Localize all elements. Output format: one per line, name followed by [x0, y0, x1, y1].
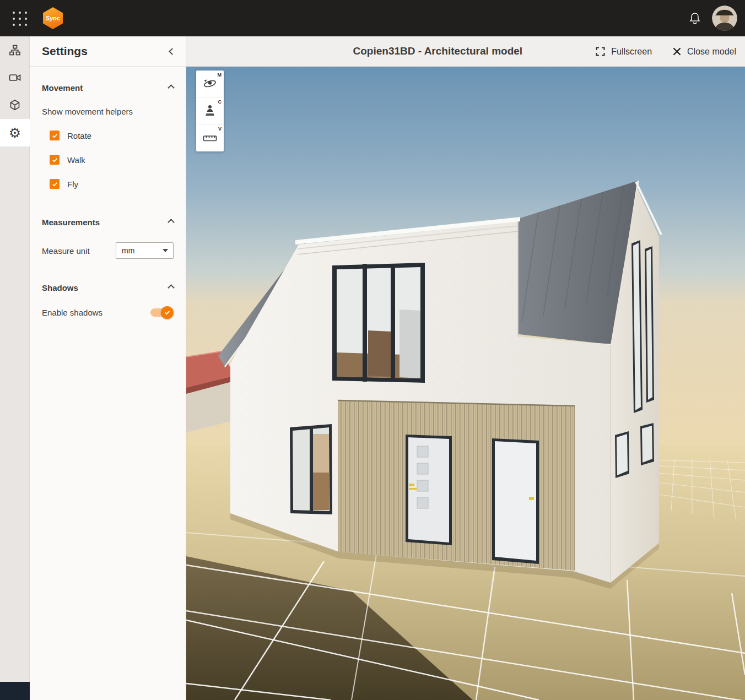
measure-unit-label: Measure unit [42, 246, 90, 256]
check-icon [51, 156, 58, 164]
toggle-thumb [161, 306, 174, 319]
viewport: Copien31BD - Architectural model Fullscr… [186, 36, 745, 700]
shadows-collapse-icon[interactable] [168, 284, 175, 291]
orbit-tool-button[interactable]: M [196, 70, 224, 97]
3d-scene[interactable] [186, 67, 745, 700]
shadows-section-title: Shadows [42, 283, 78, 292]
enable-shadows-label: Enable shadows [42, 308, 102, 317]
walk-label: Walk [67, 155, 85, 165]
notifications-bell-icon[interactable] [689, 12, 701, 27]
sidebar-item-camera[interactable] [0, 64, 30, 91]
logo-text: Sync [46, 15, 60, 21]
check-icon [51, 181, 58, 188]
orbit-hotkey: M [218, 72, 222, 78]
model-title: Copien31BD - Architectural model [353, 45, 523, 57]
measurements-section: Measurements Measure unit mm [30, 218, 186, 259]
viewport-tool-palette: M C V [196, 70, 224, 151]
top-bar: Sync [0, 0, 745, 36]
settings-panel: Settings Movement Show movement helpers … [30, 36, 186, 700]
movement-section: Movement Show movement helpers Rotate Wa… [30, 83, 186, 189]
settings-panel-header: Settings [30, 36, 186, 67]
cube-3d-icon [8, 99, 21, 112]
movement-helpers-label: Show movement helpers [42, 107, 174, 116]
close-model-label: Close model [687, 47, 736, 57]
app-window: Sync [0, 0, 745, 700]
sync-logo[interactable]: Sync [43, 7, 63, 29]
close-icon [673, 47, 681, 56]
walk-checkbox-row[interactable]: Walk [42, 155, 174, 165]
collapse-panel-icon[interactable] [169, 48, 176, 55]
measurements-collapse-icon[interactable] [168, 219, 175, 226]
rotate-checkbox[interactable] [50, 131, 60, 140]
rail-footer [0, 682, 30, 700]
fly-checkbox-row[interactable]: Fly [42, 179, 174, 189]
sidebar-item-hierarchy[interactable] [0, 36, 30, 64]
measure-unit-value: mm [122, 246, 134, 255]
sidebar-item-settings[interactable]: ⚙ [0, 119, 30, 146]
fly-label: Fly [67, 180, 78, 189]
check-icon [164, 309, 171, 316]
walk-checkbox[interactable] [50, 155, 60, 165]
left-icon-rail: ⚙ [0, 36, 30, 700]
fly-checkbox[interactable] [50, 179, 60, 189]
hierarchy-icon [8, 44, 21, 57]
app-launcher-icon[interactable] [12, 11, 28, 26]
enable-shadows-toggle[interactable] [150, 308, 171, 317]
check-icon [51, 132, 58, 139]
rotate-label: Rotate [67, 131, 91, 140]
sidebar-item-model[interactable] [0, 91, 30, 119]
person-tool-button[interactable]: C [196, 97, 224, 124]
person-hotkey: C [218, 99, 222, 105]
user-avatar[interactable] [712, 6, 737, 31]
measure-unit-select[interactable]: mm [116, 242, 174, 259]
page-title: Settings [42, 45, 88, 58]
gear-icon: ⚙ [9, 126, 21, 140]
person-icon [204, 104, 215, 117]
rotate-checkbox-row[interactable]: Rotate [42, 131, 174, 140]
viewport-header: Copien31BD - Architectural model Fullscr… [186, 36, 745, 67]
close-model-button[interactable]: Close model [673, 47, 736, 57]
orbit-icon [203, 78, 217, 90]
fullscreen-icon [596, 47, 605, 56]
dropdown-caret-icon [163, 249, 168, 252]
3d-canvas[interactable] [186, 67, 745, 700]
fullscreen-label: Fullscreen [611, 47, 652, 57]
measure-hotkey: V [218, 126, 222, 132]
movement-collapse-icon[interactable] [168, 84, 175, 91]
measure-tool-button[interactable]: V [196, 124, 224, 151]
shadows-section: Shadows Enable shadows [30, 283, 186, 317]
fullscreen-button[interactable]: Fullscreen [596, 47, 652, 57]
measure-ruler-icon [203, 134, 217, 143]
movement-section-title: Movement [42, 83, 83, 93]
measurements-section-title: Measurements [42, 218, 100, 227]
video-camera-icon [8, 71, 21, 84]
